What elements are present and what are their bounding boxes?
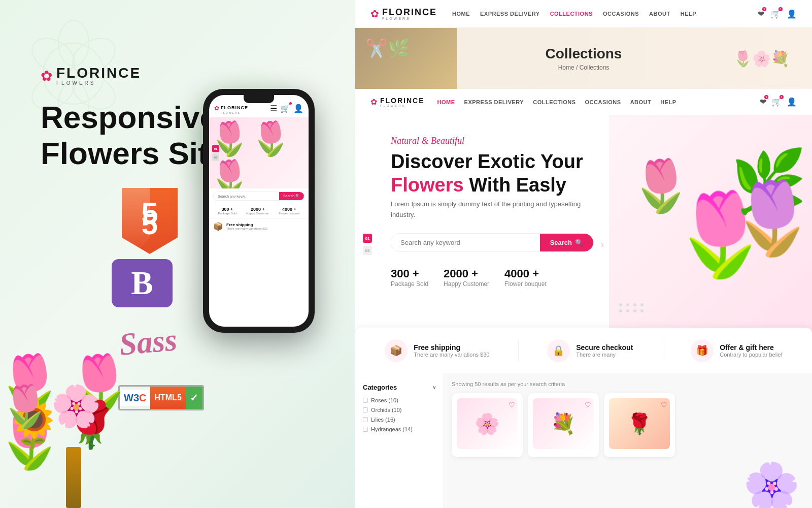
hero-tag: Natural & Beautiful <box>391 136 594 146</box>
bottom-section: Categories ∨ Roses (10) Orchids (10) Lil… <box>355 373 812 508</box>
sidebar-categories-title: Categories ∨ <box>363 384 436 391</box>
collections-banner: ✂️🌿 Collections Home / Collections 🌷🌸💐 <box>355 28 812 89</box>
service-gift-text: Offer & gift here Contrary to popular be… <box>720 343 783 358</box>
product-wishlist-3[interactable]: ♡ <box>661 401 667 409</box>
second-wishlist-icon[interactable]: ❤9 <box>760 97 766 107</box>
hero-search-input[interactable] <box>391 234 540 251</box>
second-nav-occasions[interactable]: OCCASIONS <box>585 99 621 105</box>
phone-screen: ✿ FLORINCE FLOWERS ☰ 🛒 👤 <box>209 95 309 327</box>
free-shipping-icon: 📦 <box>385 339 408 362</box>
phone-logo-icon: ✿ <box>214 105 219 112</box>
phone-stat-customers: 2000 + Happy Customer <box>246 207 269 215</box>
slide-1: 01 <box>212 145 219 152</box>
service-secure-checkout: 🔒 Secure checkout There are many <box>547 339 633 362</box>
top-nav-about[interactable]: ABOUT <box>649 11 670 17</box>
banner-content: Collections Home / Collections <box>546 46 622 71</box>
phone-brand-name: FLORINCE <box>221 105 248 110</box>
second-nav-home[interactable]: HOME <box>437 99 455 105</box>
check-icon: ✓ <box>190 392 198 404</box>
sidebar-item-hydrangeas[interactable]: Hydrangeas (14) <box>363 426 436 432</box>
phone-shipping-desc: There are many variations $30 <box>226 227 267 230</box>
second-nav-links: HOME EXPRESS DELIVERY COLLECTIONS OCCASI… <box>437 99 760 105</box>
second-cart-icon[interactable]: 🛒3 <box>771 97 782 107</box>
breadcrumb-home[interactable]: Home <box>558 64 574 71</box>
html5-small-text: HTML5 <box>154 393 181 402</box>
top-nav-collections[interactable]: COLLECTIONS <box>550 11 593 17</box>
phone-stat-packages: 300 + Package Sold <box>218 207 236 215</box>
hero-stat-customers: 2000 + Happy Customer <box>444 267 489 288</box>
phone-menu-icon[interactable]: ☰ <box>270 104 277 113</box>
second-nav-help[interactable]: HELP <box>660 99 676 105</box>
brand-logo-icon: ✿ <box>41 68 52 84</box>
bottom-sidebar: Categories ∨ Roses (10) Orchids (10) Lil… <box>355 373 444 508</box>
search-results-header: Showing 50 results as per your search cr… <box>452 381 804 387</box>
orchids-checkbox[interactable] <box>363 407 368 412</box>
top-wishlist-icon[interactable]: ❤9 <box>758 9 764 19</box>
banner-title: Collections <box>546 46 622 62</box>
slide-nav-2[interactable]: 02 <box>363 246 372 255</box>
headline: Responsive Flowers Site <box>41 99 226 172</box>
chevron-down-icon: ∨ <box>432 385 436 390</box>
hydrangeas-checkbox[interactable] <box>363 427 368 432</box>
service-offer-gift: 🎁 Offer & gift here Contrary to popular … <box>691 339 783 362</box>
phone-slide-indicator: 01 02 <box>212 145 219 161</box>
slide-2: 02 <box>212 154 219 161</box>
secure-checkout-icon: 🔒 <box>547 339 570 362</box>
top-nav-links: HOME EXPRESS DELIVERY COLLECTIONS OCCASI… <box>452 11 758 17</box>
top-nav-home[interactable]: HOME <box>452 11 470 17</box>
phone-brand: ✿ FLORINCE FLOWERS <box>214 102 248 114</box>
phone-search-input[interactable] <box>214 193 279 200</box>
phone-hero-area: 01 02 🌷🌷🌷 <box>209 117 309 188</box>
top-user-icon[interactable]: 👤 <box>787 9 797 19</box>
phone-search-button[interactable]: Search 🔍 <box>279 192 304 200</box>
hero-stat-bouquets: 4000 + Flower bouquet <box>504 267 547 288</box>
sidebar-item-orchids[interactable]: Orchids (10) <box>363 407 436 413</box>
decorative-dots <box>619 303 645 312</box>
second-user-icon[interactable]: 👤 <box>787 97 797 107</box>
search-icon: 🔍 <box>575 239 583 246</box>
product-card-3[interactable]: 🌹 ♡ <box>604 393 675 457</box>
top-nav-occasions[interactable]: OCCASIONS <box>603 11 639 17</box>
phone-stats: 300 + Package Sold 2000 + Happy Customer… <box>209 204 309 218</box>
product-card-1[interactable]: 🌸 ♡ <box>452 393 523 457</box>
slide-nav-1[interactable]: 01 <box>363 234 372 243</box>
top-nav-express[interactable]: EXPRESS DELIVERY <box>480 11 540 17</box>
product-wishlist-2[interactable]: ♡ <box>585 401 591 409</box>
phone-shipping-icon: 📦 <box>213 221 223 231</box>
phone-cart-icon[interactable]: 🛒 <box>280 104 290 113</box>
brand-logo: ✿ FLORINCE FLOWERS <box>41 66 141 86</box>
banner-breadcrumb: Home / Collections <box>546 64 622 71</box>
phone-frame: ✿ FLORINCE FLOWERS ☰ 🛒 👤 <box>203 89 315 333</box>
hero-search-button[interactable]: Search 🔍 <box>540 234 593 251</box>
second-nav-about[interactable]: ABOUT <box>630 99 652 105</box>
service-divider-1 <box>518 340 519 361</box>
hero-search-form: Search 🔍 <box>391 233 594 252</box>
hero-stats: 300 + Package Sold 2000 + Happy Customer… <box>391 267 594 288</box>
roses-checkbox[interactable] <box>363 398 368 403</box>
brand-sub: FLOWERS <box>56 80 141 86</box>
service-divider-2 <box>662 340 662 361</box>
lilies-checkbox[interactable] <box>363 417 368 422</box>
phone-user-icon[interactable]: 👤 <box>293 104 303 113</box>
service-free-shipping: 📦 Free shipping There are many variation… <box>385 339 489 362</box>
hero-title-pink: Flowers <box>391 174 464 196</box>
breadcrumb-current: Collections <box>580 64 610 71</box>
second-nav-express[interactable]: EXPRESS DELIVERY <box>464 99 524 105</box>
banner-left-image: ✂️🌿 <box>355 28 457 89</box>
product-wishlist-1[interactable]: ♡ <box>509 401 515 409</box>
bottom-flowers: 🌷🌷🌷 🌻🌹 🌷🌸 <box>0 264 152 508</box>
phone-flower-image: 🌷🌷🌷 <box>209 119 309 188</box>
sidebar-item-roses[interactable]: Roses (10) <box>363 397 436 403</box>
sidebar-item-lilies[interactable]: Lilies (16) <box>363 417 436 423</box>
product-card-2[interactable]: 💐 ♡ <box>528 393 599 457</box>
top-strip: ✿ FLORINCE FLOWERS HOME EXPRESS DELIVERY… <box>355 0 812 89</box>
hero-description: Lorem Ipsum is simply dummy text of the … <box>391 199 594 220</box>
second-nav-collections[interactable]: COLLECTIONS <box>533 99 576 105</box>
breadcrumb-sep: / <box>576 64 580 71</box>
offer-gift-icon: 🎁 <box>691 339 714 362</box>
hero-next-arrow[interactable]: › <box>601 239 604 250</box>
top-nav-help[interactable]: HELP <box>681 11 696 17</box>
left-panel: ✿ FLORINCE FLOWERS Responsive Flowers Si… <box>0 0 355 508</box>
top-brand-icon: ✿ <box>370 8 379 20</box>
top-cart-icon[interactable]: 🛒3 <box>770 9 781 19</box>
